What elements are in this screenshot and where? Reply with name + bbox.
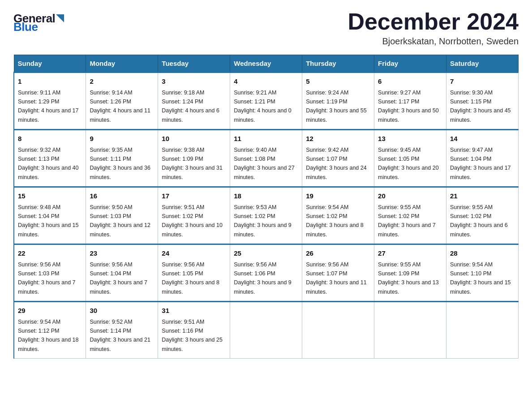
day-cell: 22 Sunrise: 9:56 AMSunset: 1:03 PMDaylig… bbox=[14, 244, 86, 302]
day-number: 6 bbox=[378, 77, 442, 87]
day-info: Sunrise: 9:24 AMSunset: 1:19 PMDaylight:… bbox=[306, 90, 367, 123]
day-info: Sunrise: 9:40 AMSunset: 1:08 PMDaylight:… bbox=[234, 147, 295, 180]
day-info: Sunrise: 9:51 AMSunset: 1:16 PMDaylight:… bbox=[162, 319, 223, 352]
day-info: Sunrise: 9:32 AMSunset: 1:13 PMDaylight:… bbox=[18, 147, 79, 180]
calendar-table: SundayMondayTuesdayWednesdayThursdayFrid… bbox=[13, 55, 519, 359]
day-cell: 29 Sunrise: 9:54 AMSunset: 1:12 PMDaylig… bbox=[14, 302, 86, 359]
day-number: 30 bbox=[90, 306, 154, 316]
day-cell bbox=[302, 302, 374, 359]
day-cell: 30 Sunrise: 9:52 AMSunset: 1:14 PMDaylig… bbox=[86, 302, 158, 359]
day-cell: 1 Sunrise: 9:11 AMSunset: 1:29 PMDayligh… bbox=[14, 73, 86, 130]
page-header: General Blue December 2024 Bjoerkskatan,… bbox=[13, 9, 519, 47]
day-number: 3 bbox=[162, 77, 226, 87]
week-row-5: 29 Sunrise: 9:54 AMSunset: 1:12 PMDaylig… bbox=[14, 302, 519, 359]
header-cell-wednesday: Wednesday bbox=[230, 55, 302, 73]
day-number: 15 bbox=[18, 191, 82, 201]
day-cell: 16 Sunrise: 9:50 AMSunset: 1:03 PMDaylig… bbox=[86, 187, 158, 244]
location-text: Bjoerkskatan, Norrbotten, Sweden bbox=[348, 36, 519, 47]
day-info: Sunrise: 9:18 AMSunset: 1:24 PMDaylight:… bbox=[162, 90, 219, 123]
day-cell: 23 Sunrise: 9:56 AMSunset: 1:04 PMDaylig… bbox=[86, 244, 158, 302]
header-cell-thursday: Thursday bbox=[302, 55, 374, 73]
day-cell: 8 Sunrise: 9:32 AMSunset: 1:13 PMDayligh… bbox=[14, 130, 86, 187]
day-cell: 15 Sunrise: 9:48 AMSunset: 1:04 PMDaylig… bbox=[14, 187, 86, 244]
day-cell: 6 Sunrise: 9:27 AMSunset: 1:17 PMDayligh… bbox=[374, 73, 446, 130]
header-cell-friday: Friday bbox=[374, 55, 446, 73]
day-number: 9 bbox=[90, 134, 154, 144]
day-info: Sunrise: 9:47 AMSunset: 1:04 PMDaylight:… bbox=[450, 147, 511, 180]
header-cell-tuesday: Tuesday bbox=[158, 55, 230, 73]
day-number: 22 bbox=[18, 248, 82, 259]
day-info: Sunrise: 9:56 AMSunset: 1:06 PMDaylight:… bbox=[234, 261, 292, 295]
day-info: Sunrise: 9:54 AMSunset: 1:12 PMDaylight:… bbox=[18, 319, 79, 352]
day-cell: 12 Sunrise: 9:42 AMSunset: 1:07 PMDaylig… bbox=[302, 130, 374, 187]
day-cell: 9 Sunrise: 9:35 AMSunset: 1:11 PMDayligh… bbox=[86, 130, 158, 187]
day-number: 2 bbox=[90, 77, 154, 87]
day-info: Sunrise: 9:21 AMSunset: 1:21 PMDaylight:… bbox=[234, 90, 292, 123]
day-number: 26 bbox=[306, 248, 370, 259]
day-cell: 4 Sunrise: 9:21 AMSunset: 1:21 PMDayligh… bbox=[230, 73, 302, 130]
day-info: Sunrise: 9:27 AMSunset: 1:17 PMDaylight:… bbox=[378, 90, 439, 123]
day-number: 23 bbox=[90, 248, 154, 259]
day-info: Sunrise: 9:56 AMSunset: 1:03 PMDaylight:… bbox=[18, 261, 76, 295]
day-number: 7 bbox=[450, 77, 515, 87]
week-row-1: 1 Sunrise: 9:11 AMSunset: 1:29 PMDayligh… bbox=[14, 73, 519, 130]
day-number: 31 bbox=[162, 306, 226, 316]
day-cell: 18 Sunrise: 9:53 AMSunset: 1:02 PMDaylig… bbox=[230, 187, 302, 244]
header-cell-sunday: Sunday bbox=[14, 55, 86, 73]
day-number: 12 bbox=[306, 134, 370, 144]
day-number: 27 bbox=[378, 248, 442, 259]
calendar-body: 1 Sunrise: 9:11 AMSunset: 1:29 PMDayligh… bbox=[14, 73, 519, 359]
day-number: 18 bbox=[234, 191, 298, 201]
day-cell: 24 Sunrise: 9:56 AMSunset: 1:05 PMDaylig… bbox=[158, 244, 230, 302]
week-row-2: 8 Sunrise: 9:32 AMSunset: 1:13 PMDayligh… bbox=[14, 130, 519, 187]
day-info: Sunrise: 9:53 AMSunset: 1:02 PMDaylight:… bbox=[234, 204, 292, 238]
day-cell: 13 Sunrise: 9:45 AMSunset: 1:05 PMDaylig… bbox=[374, 130, 446, 187]
svg-marker-0 bbox=[56, 14, 64, 22]
day-cell: 28 Sunrise: 9:54 AMSunset: 1:10 PMDaylig… bbox=[446, 244, 519, 302]
day-info: Sunrise: 9:45 AMSunset: 1:05 PMDaylight:… bbox=[378, 147, 439, 180]
day-cell: 3 Sunrise: 9:18 AMSunset: 1:24 PMDayligh… bbox=[158, 73, 230, 130]
day-info: Sunrise: 9:54 AMSunset: 1:02 PMDaylight:… bbox=[306, 204, 364, 238]
day-cell: 2 Sunrise: 9:14 AMSunset: 1:26 PMDayligh… bbox=[86, 73, 158, 130]
day-number: 28 bbox=[450, 248, 515, 259]
week-row-3: 15 Sunrise: 9:48 AMSunset: 1:04 PMDaylig… bbox=[14, 187, 519, 244]
day-info: Sunrise: 9:56 AMSunset: 1:07 PMDaylight:… bbox=[306, 261, 367, 295]
day-number: 20 bbox=[378, 191, 442, 201]
title-section: December 2024 Bjoerkskatan, Norrbotten, … bbox=[348, 9, 519, 47]
day-info: Sunrise: 9:51 AMSunset: 1:02 PMDaylight:… bbox=[162, 204, 223, 238]
day-number: 25 bbox=[234, 248, 298, 259]
day-number: 21 bbox=[450, 191, 515, 201]
day-info: Sunrise: 9:42 AMSunset: 1:07 PMDaylight:… bbox=[306, 147, 367, 180]
day-cell: 27 Sunrise: 9:55 AMSunset: 1:09 PMDaylig… bbox=[374, 244, 446, 302]
day-number: 14 bbox=[450, 134, 515, 144]
day-info: Sunrise: 9:14 AMSunset: 1:26 PMDaylight:… bbox=[90, 90, 150, 123]
calendar-header: SundayMondayTuesdayWednesdayThursdayFrid… bbox=[14, 55, 519, 73]
day-info: Sunrise: 9:55 AMSunset: 1:09 PMDaylight:… bbox=[378, 261, 439, 295]
day-number: 13 bbox=[378, 134, 442, 144]
day-info: Sunrise: 9:54 AMSunset: 1:10 PMDaylight:… bbox=[450, 261, 511, 295]
day-cell: 26 Sunrise: 9:56 AMSunset: 1:07 PMDaylig… bbox=[302, 244, 374, 302]
day-cell bbox=[230, 302, 302, 359]
day-cell: 20 Sunrise: 9:55 AMSunset: 1:02 PMDaylig… bbox=[374, 187, 446, 244]
day-info: Sunrise: 9:55 AMSunset: 1:02 PMDaylight:… bbox=[378, 204, 436, 238]
header-cell-monday: Monday bbox=[86, 55, 158, 73]
logo: General Blue bbox=[13, 9, 64, 34]
day-cell: 14 Sunrise: 9:47 AMSunset: 1:04 PMDaylig… bbox=[446, 130, 519, 187]
day-cell: 5 Sunrise: 9:24 AMSunset: 1:19 PMDayligh… bbox=[302, 73, 374, 130]
day-info: Sunrise: 9:11 AMSunset: 1:29 PMDaylight:… bbox=[18, 90, 79, 123]
day-number: 24 bbox=[162, 248, 226, 259]
day-cell bbox=[446, 302, 519, 359]
day-number: 8 bbox=[18, 134, 82, 144]
day-cell: 11 Sunrise: 9:40 AMSunset: 1:08 PMDaylig… bbox=[230, 130, 302, 187]
day-info: Sunrise: 9:56 AMSunset: 1:04 PMDaylight:… bbox=[90, 261, 147, 295]
day-number: 4 bbox=[234, 77, 298, 87]
week-row-4: 22 Sunrise: 9:56 AMSunset: 1:03 PMDaylig… bbox=[14, 244, 519, 302]
day-number: 19 bbox=[306, 191, 370, 201]
logo-blue: Blue bbox=[13, 20, 38, 34]
day-number: 17 bbox=[162, 191, 226, 201]
day-info: Sunrise: 9:48 AMSunset: 1:04 PMDaylight:… bbox=[18, 204, 79, 238]
logo-arrow-icon bbox=[56, 14, 64, 22]
day-info: Sunrise: 9:35 AMSunset: 1:11 PMDaylight:… bbox=[90, 147, 150, 180]
day-cell: 7 Sunrise: 9:30 AMSunset: 1:15 PMDayligh… bbox=[446, 73, 519, 130]
day-number: 5 bbox=[306, 77, 370, 87]
